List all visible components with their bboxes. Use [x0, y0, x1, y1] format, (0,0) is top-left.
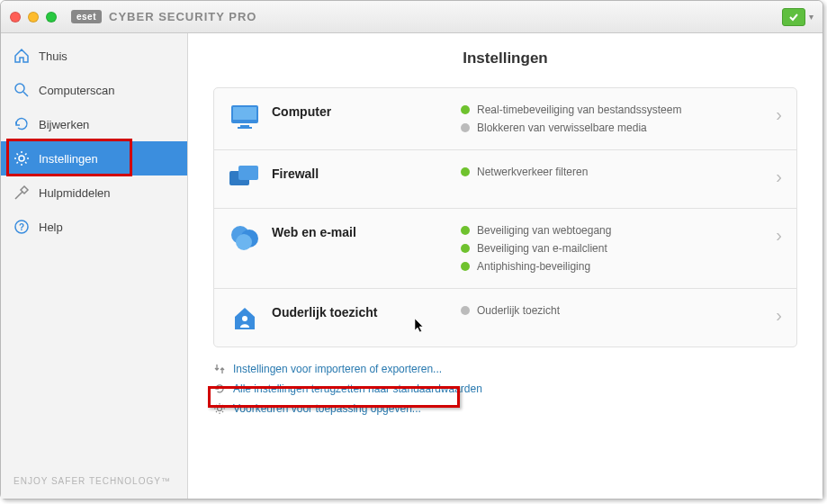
svg-rect-10 [238, 166, 258, 180]
sidebar-item-settings[interactable]: Instellingen [1, 141, 187, 176]
firewall-icon [229, 163, 261, 195]
card-computer[interactable]: Computer Real-timebeveiliging van bestan… [213, 87, 797, 150]
status-dot-green [461, 167, 470, 176]
bottom-links: Instellingen voor importeren of exporter… [188, 346, 823, 418]
sidebar-item-label: Bijwerken [39, 118, 89, 131]
app-window: eset CYBER SECURITY PRO ▾ Thuis [0, 0, 823, 500]
reset-icon [213, 382, 226, 395]
gear-small-icon [213, 402, 226, 415]
card-title: Web en e-mail [272, 221, 461, 239]
parental-icon [229, 302, 261, 334]
card-firewall[interactable]: Firewall Netwerkverkeer filteren › [213, 149, 797, 209]
svg-point-14 [242, 316, 247, 321]
window-controls [10, 12, 57, 22]
content-pane: Instellingen Computer Real-timebeveiligi… [188, 33, 823, 499]
brand: eset CYBER SECURITY PRO [71, 10, 256, 23]
close-window-button[interactable] [10, 12, 21, 22]
chevron-right-icon: › [776, 163, 782, 187]
sidebar-item-label: Thuis [39, 50, 67, 63]
sidebar-item-home[interactable]: Thuis [1, 39, 187, 73]
card-title: Computer [272, 101, 461, 119]
cursor-icon [414, 318, 427, 334]
svg-point-13 [236, 234, 252, 250]
detail-row: Antiphishing-beveiliging [461, 257, 767, 275]
nav: Thuis Computerscan Bijwerken [1, 33, 187, 244]
sidebar-item-help[interactable]: ? Help [1, 210, 187, 244]
detail-row: Ouderlijk toezicht [461, 302, 767, 320]
sidebar-item-tools[interactable]: Hulpmiddelen [1, 176, 187, 210]
protection-status-button[interactable] [782, 8, 805, 26]
card-title: Firewall [272, 163, 461, 181]
sidebar-item-update[interactable]: Bijwerken [1, 107, 187, 141]
page-title: Instellingen [188, 33, 823, 87]
card-parental[interactable]: Ouderlijk toezicht Ouderlijk toezicht › [213, 288, 797, 347]
settings-card-list: Computer Real-timebeveiliging van bestan… [188, 87, 823, 346]
sidebar-item-label: Computerscan [39, 84, 115, 97]
svg-point-15 [218, 407, 222, 411]
chevron-right-icon: › [776, 101, 782, 125]
detail-row: Real-timebeveiliging van bestandssysteem [461, 101, 767, 119]
svg-rect-7 [240, 125, 249, 127]
link-label: Alle instellingen terugzetten naar stand… [233, 382, 482, 395]
svg-rect-6 [233, 107, 256, 120]
magnify-icon [13, 82, 30, 98]
card-web-email[interactable]: Web en e-mail Beveiliging van webtoegang… [213, 208, 797, 289]
link-label: Instellingen voor importeren of exporter… [233, 363, 442, 375]
link-label: Voorkeuren voor toepassing opgeven... [233, 402, 421, 415]
sidebar-footer: ENJOY SAFER TECHNOLOGY™ [1, 464, 187, 499]
titlebar: eset CYBER SECURITY PRO ▾ [1, 1, 823, 33]
card-details: Beveiliging van webtoegang Beveiliging v… [461, 221, 767, 275]
svg-point-2 [19, 156, 24, 161]
detail-row: Beveiliging van e-mailclient [461, 239, 767, 257]
import-export-icon [213, 363, 226, 375]
status-dot-green [461, 226, 470, 235]
svg-line-1 [23, 92, 28, 96]
detail-row: Beveiliging van webtoegang [461, 221, 767, 239]
minimize-window-button[interactable] [28, 12, 39, 22]
brand-badge: eset [71, 10, 102, 23]
sidebar-item-scan[interactable]: Computerscan [1, 73, 187, 107]
status-dot-green [461, 105, 470, 114]
status-dot-green [461, 244, 470, 253]
chevron-right-icon: › [776, 302, 782, 326]
chevron-down-icon[interactable]: ▾ [809, 12, 814, 22]
card-details: Real-timebeveiliging van bestandssysteem… [461, 101, 767, 137]
sidebar-item-label: Help [39, 220, 63, 234]
maximize-window-button[interactable] [46, 12, 57, 22]
link-import-export[interactable]: Instellingen voor importeren of exporter… [213, 359, 797, 379]
svg-rect-8 [238, 127, 252, 129]
globe-icon [229, 221, 261, 254]
help-icon: ? [13, 219, 30, 235]
check-icon [788, 12, 799, 22]
chevron-right-icon: › [776, 221, 782, 246]
status-dot-grey [461, 306, 470, 315]
status-dot-green [461, 262, 470, 271]
card-details: Ouderlijk toezicht [461, 302, 767, 320]
monitor-icon [229, 101, 261, 133]
tools-icon [13, 184, 30, 201]
sidebar: Thuis Computerscan Bijwerken [1, 33, 188, 499]
card-details: Netwerkverkeer filteren [461, 163, 767, 181]
sidebar-item-label: Instellingen [39, 152, 98, 166]
sidebar-item-label: Hulpmiddelen [39, 186, 111, 200]
gear-icon [13, 150, 30, 166]
refresh-icon [13, 116, 30, 132]
card-title: Ouderlijk toezicht [272, 302, 461, 320]
brand-name: CYBER SECURITY PRO [109, 10, 256, 23]
home-icon [13, 48, 30, 64]
link-preferences[interactable]: Voorkeuren voor toepassing opgeven... [213, 399, 797, 418]
svg-point-0 [15, 84, 24, 93]
window-body: Thuis Computerscan Bijwerken [1, 33, 823, 499]
status-dot-grey [461, 123, 470, 132]
svg-text:?: ? [19, 222, 24, 232]
detail-row: Netwerkverkeer filteren [461, 163, 767, 181]
link-reset-defaults[interactable]: Alle instellingen terugzetten naar stand… [213, 379, 797, 399]
detail-row: Blokkeren van verwisselbare media [461, 119, 767, 137]
